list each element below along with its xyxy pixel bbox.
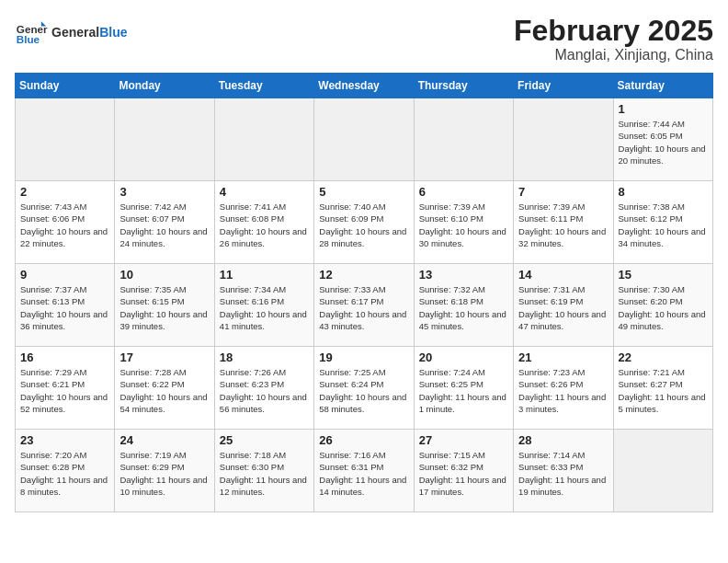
day-info: Sunrise: 7:32 AM Sunset: 6:18 PM Dayligh…: [419, 283, 508, 332]
day-info: Sunrise: 7:25 AM Sunset: 6:24 PM Dayligh…: [319, 366, 408, 415]
calendar-cell: 20Sunrise: 7:24 AM Sunset: 6:25 PM Dayli…: [414, 347, 513, 430]
day-info: Sunrise: 7:43 AM Sunset: 6:06 PM Dayligh…: [20, 201, 109, 249]
calendar-cell: 28Sunrise: 7:14 AM Sunset: 6:33 PM Dayli…: [514, 430, 613, 512]
svg-text:Blue: Blue: [17, 33, 40, 45]
header-row: SundayMondayTuesdayWednesdayThursdayFrid…: [16, 74, 713, 98]
logo-blue: Blue: [99, 25, 127, 40]
calendar-cell: 24Sunrise: 7:19 AM Sunset: 6:29 PM Dayli…: [115, 430, 214, 512]
calendar-week-row: 1Sunrise: 7:44 AM Sunset: 6:05 PM Daylig…: [16, 98, 713, 181]
day-number: 13: [419, 268, 508, 282]
day-number: 12: [319, 268, 408, 282]
calendar-cell: 11Sunrise: 7:34 AM Sunset: 6:16 PM Dayli…: [214, 264, 313, 347]
calendar-week-row: 23Sunrise: 7:20 AM Sunset: 6:28 PM Dayli…: [16, 430, 713, 512]
calendar-week-row: 2Sunrise: 7:43 AM Sunset: 6:06 PM Daylig…: [16, 181, 713, 264]
day-info: Sunrise: 7:18 AM Sunset: 6:30 PM Dayligh…: [220, 449, 309, 498]
day-of-week-header: Sunday: [16, 74, 115, 98]
day-of-week-header: Tuesday: [214, 74, 313, 98]
day-number: 5: [319, 185, 408, 199]
day-info: Sunrise: 7:20 AM Sunset: 6:28 PM Dayligh…: [20, 449, 109, 498]
calendar-cell: 21Sunrise: 7:23 AM Sunset: 6:26 PM Dayli…: [514, 347, 613, 430]
logo-general: General: [51, 25, 99, 40]
day-info: Sunrise: 7:24 AM Sunset: 6:25 PM Dayligh…: [419, 366, 508, 415]
calendar-body: 1Sunrise: 7:44 AM Sunset: 6:05 PM Daylig…: [16, 98, 713, 512]
day-number: 24: [119, 433, 209, 447]
day-number: 26: [319, 433, 408, 447]
calendar-cell: 18Sunrise: 7:26 AM Sunset: 6:23 PM Dayli…: [214, 347, 313, 430]
day-info: Sunrise: 7:39 AM Sunset: 6:11 PM Dayligh…: [518, 201, 608, 249]
calendar-cell: 17Sunrise: 7:28 AM Sunset: 6:22 PM Dayli…: [115, 347, 214, 430]
calendar-cell: 16Sunrise: 7:29 AM Sunset: 6:21 PM Dayli…: [16, 347, 115, 430]
calendar-subtitle: Manglai, Xinjiang, China: [514, 47, 713, 63]
calendar-cell: 10Sunrise: 7:35 AM Sunset: 6:15 PM Dayli…: [115, 264, 214, 347]
day-of-week-header: Thursday: [414, 74, 513, 98]
calendar-cell: 23Sunrise: 7:20 AM Sunset: 6:28 PM Dayli…: [16, 430, 115, 512]
title-block: February 2025 Manglai, Xinjiang, China: [514, 15, 713, 63]
calendar-cell: 15Sunrise: 7:30 AM Sunset: 6:20 PM Dayli…: [613, 264, 712, 347]
calendar-cell: [115, 98, 214, 181]
calendar-cell: 14Sunrise: 7:31 AM Sunset: 6:19 PM Dayli…: [514, 264, 613, 347]
day-number: 19: [319, 350, 408, 364]
day-number: 2: [20, 185, 109, 199]
day-number: 9: [20, 268, 109, 282]
calendar-cell: 1Sunrise: 7:44 AM Sunset: 6:05 PM Daylig…: [613, 98, 712, 181]
calendar-cell: 27Sunrise: 7:15 AM Sunset: 6:32 PM Dayli…: [414, 430, 513, 512]
day-number: 8: [619, 185, 708, 199]
day-number: 18: [220, 350, 309, 364]
calendar-cell: [314, 98, 414, 181]
day-number: 10: [119, 268, 209, 282]
calendar-cell: [414, 98, 513, 181]
calendar-cell: 2Sunrise: 7:43 AM Sunset: 6:06 PM Daylig…: [16, 181, 115, 264]
calendar-cell: 22Sunrise: 7:21 AM Sunset: 6:27 PM Dayli…: [613, 347, 712, 430]
day-of-week-header: Saturday: [613, 74, 712, 98]
day-number: 11: [220, 268, 309, 282]
day-number: 3: [119, 185, 209, 199]
day-info: Sunrise: 7:28 AM Sunset: 6:22 PM Dayligh…: [119, 366, 209, 415]
calendar-title: February 2025: [514, 15, 713, 47]
day-of-week-header: Friday: [514, 74, 613, 98]
calendar-cell: [214, 98, 313, 181]
calendar-cell: 9Sunrise: 7:37 AM Sunset: 6:13 PM Daylig…: [16, 264, 115, 347]
calendar-cell: 4Sunrise: 7:41 AM Sunset: 6:08 PM Daylig…: [214, 181, 313, 264]
day-number: 25: [220, 433, 309, 447]
calendar-cell: 8Sunrise: 7:38 AM Sunset: 6:12 PM Daylig…: [613, 181, 712, 264]
day-info: Sunrise: 7:37 AM Sunset: 6:13 PM Dayligh…: [20, 283, 109, 332]
calendar-cell: 26Sunrise: 7:16 AM Sunset: 6:31 PM Dayli…: [314, 430, 414, 512]
day-number: 14: [518, 268, 608, 282]
day-number: 20: [419, 350, 508, 364]
day-info: Sunrise: 7:33 AM Sunset: 6:17 PM Dayligh…: [319, 283, 408, 332]
calendar-cell: [613, 430, 712, 512]
day-info: Sunrise: 7:26 AM Sunset: 6:23 PM Dayligh…: [220, 366, 309, 415]
day-info: Sunrise: 7:16 AM Sunset: 6:31 PM Dayligh…: [319, 449, 408, 498]
day-of-week-header: Monday: [115, 74, 214, 98]
day-info: Sunrise: 7:38 AM Sunset: 6:12 PM Dayligh…: [619, 201, 708, 249]
day-info: Sunrise: 7:42 AM Sunset: 6:07 PM Dayligh…: [119, 201, 209, 249]
day-info: Sunrise: 7:40 AM Sunset: 6:09 PM Dayligh…: [319, 201, 408, 249]
day-of-week-header: Wednesday: [314, 74, 414, 98]
day-number: 21: [518, 350, 608, 364]
day-number: 17: [119, 350, 209, 364]
day-info: Sunrise: 7:14 AM Sunset: 6:33 PM Dayligh…: [518, 449, 608, 498]
day-number: 22: [619, 350, 708, 364]
calendar-cell: 19Sunrise: 7:25 AM Sunset: 6:24 PM Dayli…: [314, 347, 414, 430]
day-info: Sunrise: 7:19 AM Sunset: 6:29 PM Dayligh…: [119, 449, 209, 498]
calendar-week-row: 16Sunrise: 7:29 AM Sunset: 6:21 PM Dayli…: [16, 347, 713, 430]
day-number: 23: [20, 433, 109, 447]
page-header: General Blue GeneralBlue February 2025 M…: [15, 15, 713, 63]
day-info: Sunrise: 7:30 AM Sunset: 6:20 PM Dayligh…: [619, 283, 708, 332]
day-number: 6: [419, 185, 508, 199]
day-info: Sunrise: 7:23 AM Sunset: 6:26 PM Dayligh…: [518, 366, 608, 415]
day-info: Sunrise: 7:35 AM Sunset: 6:15 PM Dayligh…: [119, 283, 209, 332]
calendar-cell: [514, 98, 613, 181]
day-number: 1: [619, 102, 708, 116]
calendar-table: SundayMondayTuesdayWednesdayThursdayFrid…: [15, 73, 713, 512]
day-number: 16: [20, 350, 109, 364]
day-info: Sunrise: 7:29 AM Sunset: 6:21 PM Dayligh…: [20, 366, 109, 415]
calendar-header: SundayMondayTuesdayWednesdayThursdayFrid…: [16, 74, 713, 98]
calendar-cell: 5Sunrise: 7:40 AM Sunset: 6:09 PM Daylig…: [314, 181, 414, 264]
calendar-cell: 3Sunrise: 7:42 AM Sunset: 6:07 PM Daylig…: [115, 181, 214, 264]
logo: General Blue GeneralBlue: [15, 15, 127, 48]
day-info: Sunrise: 7:21 AM Sunset: 6:27 PM Dayligh…: [619, 366, 708, 415]
calendar-cell: 7Sunrise: 7:39 AM Sunset: 6:11 PM Daylig…: [514, 181, 613, 264]
calendar-week-row: 9Sunrise: 7:37 AM Sunset: 6:13 PM Daylig…: [16, 264, 713, 347]
day-number: 7: [518, 185, 608, 199]
